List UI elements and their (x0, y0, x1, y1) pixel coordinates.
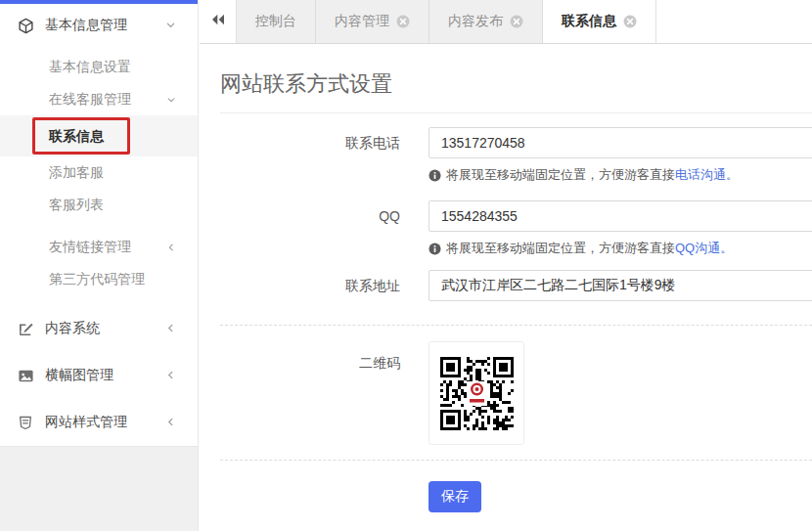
tab-bar-empty-space (656, 0, 812, 43)
sidebar-item-label: 基本信息管理 (45, 17, 165, 34)
cube-icon (18, 18, 34, 34)
sidebar-item-third-party-code-mgmt[interactable]: 第三方代码管理 (0, 263, 198, 295)
sidebar-item-service-list[interactable]: 客服列表 (0, 189, 198, 221)
style-shield-icon (18, 415, 34, 431)
close-tab-icon[interactable] (510, 15, 523, 28)
tab-content-publish[interactable]: 内容发布 (429, 0, 543, 43)
address-field-label: 联系地址 (220, 270, 400, 301)
hint-text: 将展现至移动端固定位置，方便游客直接 (446, 167, 675, 182)
chevron-down-icon (166, 92, 176, 108)
double-left-arrow-icon (210, 13, 226, 30)
sidebar: 基本信息管理 基本信息设置 在线客服管理 联系信息 添加客服 客服列表 友情链接… (0, 0, 199, 531)
phone-hint: 将展现至移动端固定位置，方便游客直接电话沟通。 (429, 166, 812, 184)
title-divider (220, 112, 812, 113)
qq-hint: 将展现至移动端固定位置，方便游客直接QQ沟通。 (429, 240, 812, 257)
sidebar-item-contact-info[interactable]: 联系信息 (0, 115, 198, 156)
sidebar-item-label: 基本信息设置 (49, 59, 176, 76)
collapse-tabs-button[interactable] (200, 0, 237, 43)
red-highlight-box: 联系信息 (32, 117, 130, 155)
sidebar-item-label: 在线客服管理 (49, 91, 166, 109)
tab-label: 联系信息 (562, 13, 616, 30)
qq-field-row: QQ 将展现至移动端固定位置，方便游客直接QQ沟通。 (220, 200, 812, 257)
section-divider (220, 325, 812, 326)
section-divider (220, 460, 812, 461)
address-input[interactable] (429, 270, 812, 301)
tab-contact-info[interactable]: 联系信息 (543, 0, 656, 43)
sidebar-item-site-style-mgmt[interactable]: 网站样式管理 (0, 399, 198, 446)
qq-input[interactable] (429, 200, 812, 232)
content-panel: 网站联系方式设置 联系电话 将展现至移动端固定位置，方便游客直接电话沟通。 QQ (200, 44, 812, 531)
phone-chat-link[interactable]: 电话沟通 (675, 167, 726, 182)
tab-console[interactable]: 控制台 (237, 0, 316, 43)
save-button[interactable]: 保存 (429, 481, 481, 512)
sidebar-item-online-service-mgmt[interactable]: 在线客服管理 (0, 83, 198, 115)
hint-text: 将展现至移动端固定位置，方便游客直接 (446, 241, 675, 255)
chevron-down-icon (165, 18, 176, 33)
sidebar-item-label: 第三方代码管理 (49, 271, 176, 288)
chevron-left-icon (166, 240, 176, 255)
tab-label: 内容管理 (335, 13, 389, 30)
edit-icon (18, 321, 34, 337)
sidebar-item-label: 内容系统 (45, 320, 165, 337)
close-tab-icon[interactable] (396, 15, 410, 28)
page-title: 网站联系方式设置 (220, 69, 812, 99)
tab-content-mgmt[interactable]: 内容管理 (316, 0, 429, 43)
chevron-left-icon (165, 415, 176, 430)
sidebar-item-label: 横幅图管理 (45, 367, 165, 384)
address-field-row: 联系地址 (220, 270, 812, 301)
sidebar-item-label: 联系信息 (49, 128, 104, 144)
info-icon (429, 243, 441, 255)
sidebar-footer-area (0, 446, 198, 531)
hint-period: 。 (726, 167, 739, 182)
qr-field-label: 二维码 (220, 341, 400, 445)
tab-label: 内容发布 (448, 13, 503, 30)
qq-chat-link[interactable]: QQ沟通 (675, 241, 720, 255)
sidebar-item-label: 添加客服 (49, 164, 176, 182)
qr-code-frame (429, 341, 524, 445)
sidebar-item-banner-mgmt[interactable]: 横幅图管理 (0, 352, 198, 399)
qr-code-image (440, 357, 514, 430)
close-tab-icon[interactable] (623, 15, 637, 28)
qq-field-label: QQ (220, 200, 400, 257)
sidebar-item-label: 友情链接管理 (49, 239, 166, 256)
sidebar-item-content-system[interactable]: 内容系统 (0, 305, 198, 352)
tab-label: 控制台 (255, 13, 296, 30)
sidebar-item-label: 客服列表 (49, 197, 176, 214)
sidebar-item-friend-links-mgmt[interactable]: 友情链接管理 (0, 231, 198, 263)
phone-input[interactable] (429, 127, 812, 158)
phone-field-label: 联系电话 (220, 127, 400, 184)
phone-field-row: 联系电话 将展现至移动端固定位置，方便游客直接电话沟通。 (220, 127, 812, 184)
sidebar-item-basic-info-mgmt[interactable]: 基本信息管理 (0, 4, 198, 47)
hint-period: 。 (720, 241, 733, 255)
sidebar-item-add-service[interactable]: 添加客服 (0, 156, 198, 189)
chevron-left-icon (165, 321, 176, 336)
sidebar-item-label: 网站样式管理 (45, 414, 165, 431)
image-icon (18, 368, 34, 384)
tab-bar: 控制台 内容管理 内容发布 联系信息 (200, 0, 812, 44)
main-area: 控制台 内容管理 内容发布 联系信息 网站联系方式设置 联系电话 (200, 0, 812, 531)
chevron-left-icon (165, 368, 176, 383)
qr-field-row: 二维码 (220, 341, 812, 445)
info-icon (429, 169, 441, 182)
sidebar-item-basic-info-settings[interactable]: 基本信息设置 (0, 51, 198, 83)
